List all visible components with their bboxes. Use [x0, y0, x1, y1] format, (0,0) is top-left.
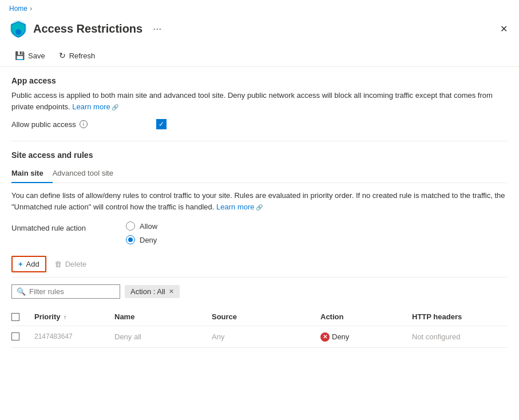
refresh-icon: ↻: [59, 51, 66, 60]
radio-allow-circle[interactable]: [126, 221, 135, 231]
action-bar: + Add 🗑 Delete: [11, 256, 508, 278]
more-options-button[interactable]: ···: [148, 23, 166, 35]
tab-advanced-tool-site[interactable]: Advanced tool site: [53, 164, 122, 183]
delete-button[interactable]: 🗑 Delete: [49, 257, 93, 271]
col-action-header: Action: [320, 312, 412, 321]
radio-allow-label: Allow: [140, 222, 157, 231]
row-priority: 2147483647: [34, 332, 114, 340]
refresh-button[interactable]: ↻ Refresh: [53, 48, 101, 63]
allow-public-access-row: Allow public access i: [11, 119, 508, 129]
tab-main-site[interactable]: Main site: [11, 164, 53, 183]
row-source: Any: [212, 332, 320, 341]
access-restrictions-icon: [9, 19, 27, 38]
deny-icon: ✕: [320, 332, 330, 342]
main-content: App access Public access is applied to b…: [0, 67, 519, 357]
unmatched-rule-row: Unmatched rule action Allow Deny: [11, 221, 508, 244]
app-access-learn-more[interactable]: Learn more🔗: [72, 102, 118, 111]
col-priority-header[interactable]: Priority ↑: [34, 312, 114, 321]
row-checkbox-col: [11, 332, 34, 340]
external-link-icon: 🔗: [112, 104, 118, 110]
page-header: Access Restrictions ··· ✕: [0, 17, 519, 45]
allow-public-checkbox[interactable]: [156, 119, 167, 129]
table-header: Priority ↑ Name Source Action HTTP heade…: [11, 308, 508, 326]
breadcrumb-home[interactable]: Home: [9, 5, 27, 13]
table-row: 2147483647 Deny all Any ✕ Deny Not confi…: [11, 326, 508, 348]
deny-badge: ✕ Deny: [320, 332, 349, 342]
site-access-title: Site access and rules: [11, 150, 508, 160]
sort-icon: ↑: [64, 314, 66, 320]
app-access-title: App access: [11, 76, 508, 85]
radio-deny[interactable]: Deny: [126, 235, 157, 244]
plus-icon: +: [18, 260, 23, 268]
breadcrumb: Home ›: [0, 0, 519, 17]
filter-row: 🔍 Action : All ✕: [11, 284, 508, 299]
add-button[interactable]: + Add: [11, 256, 46, 272]
row-http-headers: Not configured: [412, 332, 508, 341]
radio-deny-circle[interactable]: [126, 235, 135, 244]
radio-allow[interactable]: Allow: [126, 221, 157, 231]
app-access-description: Public access is applied to both main si…: [11, 90, 508, 112]
row-name: Deny all: [114, 332, 212, 341]
filter-input-wrapper: 🔍: [11, 284, 120, 299]
breadcrumb-separator: ›: [30, 5, 32, 13]
search-icon: 🔍: [17, 287, 26, 296]
filter-rules-input[interactable]: [29, 287, 115, 296]
delete-icon: 🗑: [54, 260, 62, 268]
site-tabs: Main site Advanced tool site: [11, 164, 508, 183]
unmatched-label: Unmatched rule action: [11, 221, 92, 232]
row-action: ✕ Deny: [320, 332, 412, 342]
action-badge: Action : All ✕: [125, 285, 180, 298]
select-all-checkbox[interactable]: [11, 313, 19, 321]
save-button[interactable]: 💾 Save: [9, 48, 51, 63]
info-icon[interactable]: i: [80, 120, 88, 128]
allow-public-label: Allow public access i: [11, 120, 88, 129]
action-badge-label: Action : All: [130, 287, 165, 296]
rule-description: You can define lists of allow/deny rules…: [11, 190, 508, 212]
col-http-header: HTTP headers: [412, 312, 508, 321]
action-badge-close[interactable]: ✕: [169, 288, 174, 295]
col-name-header: Name: [114, 312, 212, 321]
close-button[interactable]: ✕: [498, 21, 510, 37]
toolbar: 💾 Save ↻ Refresh: [0, 45, 519, 67]
svg-point-1: [15, 29, 21, 35]
rules-learn-more[interactable]: Learn more🔗: [216, 203, 262, 211]
unmatched-radio-group: Allow Deny: [126, 221, 157, 244]
col-check-header: [11, 313, 34, 321]
page-title: Access Restrictions: [33, 22, 142, 35]
row-checkbox[interactable]: [11, 332, 19, 340]
external-link-icon-2: 🔗: [256, 204, 263, 211]
section-divider: [11, 141, 508, 141]
radio-deny-label: Deny: [140, 236, 157, 244]
header-left: Access Restrictions ···: [9, 19, 166, 38]
col-source-header: Source: [212, 312, 320, 321]
save-icon: 💾: [15, 51, 25, 60]
